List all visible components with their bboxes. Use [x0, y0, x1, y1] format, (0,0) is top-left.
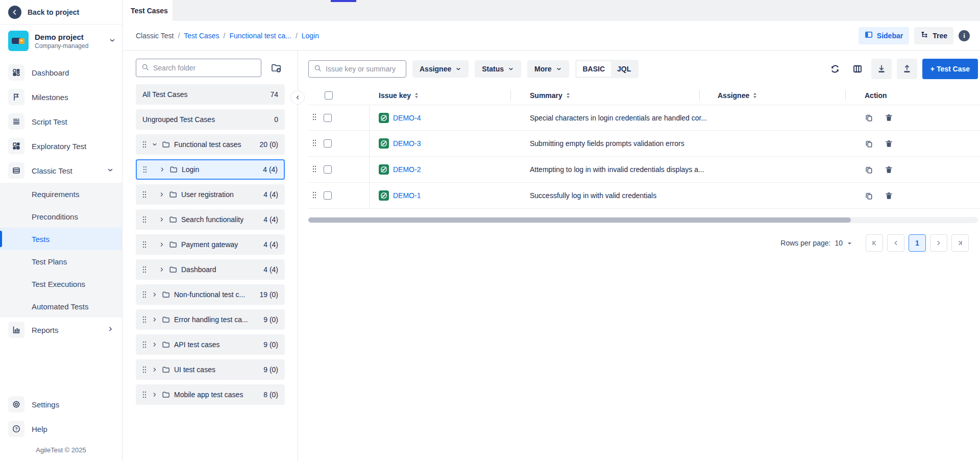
column-header-assignee[interactable]: Assignee [706, 86, 852, 105]
delete-icon[interactable] [885, 139, 893, 148]
issue-key-link[interactable]: DEMO-1 [393, 191, 421, 200]
breadcrumb-item[interactable]: Login [302, 32, 319, 40]
row-checkbox[interactable] [324, 114, 332, 122]
sidebar-item-preconditions[interactable]: Preconditions [0, 205, 122, 228]
summary-text[interactable]: Submitting empty fields prompts validati… [518, 139, 706, 148]
clone-icon[interactable] [865, 139, 873, 148]
drag-handle-icon[interactable] [142, 366, 146, 373]
summary-text[interactable]: Special characters in login credentials … [518, 114, 706, 122]
chevron-right-icon[interactable] [159, 241, 165, 248]
export-button[interactable] [897, 59, 917, 79]
status-filter[interactable]: Status [475, 60, 521, 78]
summary-text[interactable]: Successfully log in with valid credentia… [518, 191, 706, 200]
sidebar-item-test-executions[interactable]: Test Executions [0, 273, 122, 295]
drag-handle-icon[interactable] [312, 113, 316, 122]
chevron-right-icon[interactable] [159, 266, 165, 273]
row-checkbox[interactable] [324, 139, 332, 148]
folder-functional-test-cases[interactable]: Functional test cases 20 (0) [136, 134, 285, 155]
folder-error-handling[interactable]: Error handling test ca... 9 (0) [136, 309, 285, 330]
chevron-right-icon[interactable] [152, 317, 158, 323]
info-icon[interactable]: i [959, 30, 970, 41]
summary-text[interactable]: Attempting to log in with invalid creden… [518, 165, 706, 174]
page-number-button[interactable]: 1 [909, 234, 926, 252]
drag-handle-icon[interactable] [142, 316, 146, 323]
drag-handle-icon[interactable] [142, 241, 146, 248]
sidebar-item-script-test[interactable]: Script Test [0, 109, 122, 134]
next-page-button[interactable] [930, 234, 947, 252]
import-button[interactable] [871, 59, 892, 79]
row-checkbox[interactable] [324, 165, 332, 174]
folder-ui-test-cases[interactable]: UI test cases 9 (0) [136, 359, 285, 380]
drag-handle-icon[interactable] [143, 166, 147, 173]
chevron-right-icon[interactable] [159, 191, 165, 198]
folder-dashboard[interactable]: Dashboard 4 (4) [136, 259, 285, 280]
issue-search-input[interactable] [326, 65, 401, 73]
delete-icon[interactable] [885, 191, 893, 200]
horizontal-scrollbar-thumb[interactable] [308, 217, 851, 223]
jql-mode-option[interactable]: JQL [611, 61, 637, 77]
folder-all-test-cases[interactable]: All Test Cases 74 [136, 84, 285, 105]
issue-key-link[interactable]: DEMO-2 [393, 165, 421, 174]
drag-handle-icon[interactable] [142, 291, 146, 298]
sidebar-item-settings[interactable]: Settings [0, 392, 122, 417]
chevron-right-icon[interactable] [152, 392, 158, 398]
chevron-right-icon[interactable] [159, 216, 165, 223]
folder-login[interactable]: Login 4 (4) [136, 159, 285, 180]
columns-icon[interactable] [849, 60, 866, 78]
folder-search-functionality[interactable]: Search functionality 4 (4) [136, 209, 285, 230]
project-switcher[interactable]: + Demo project Company-managed [0, 25, 122, 57]
drag-handle-icon[interactable] [312, 191, 316, 200]
column-header-summary[interactable]: Summary [518, 86, 706, 105]
sidebar-item-tests[interactable]: Tests [0, 228, 122, 250]
sidebar-item-help[interactable]: ? Help [0, 417, 122, 441]
folder-api-test-cases[interactable]: API test cases 9 (0) [136, 334, 285, 355]
assignee-filter[interactable]: Assignee [412, 60, 469, 78]
drag-handle-icon[interactable] [142, 191, 146, 198]
drag-handle-icon[interactable] [312, 139, 316, 148]
sidebar-view-button[interactable]: Sidebar [859, 27, 909, 44]
breadcrumb-item[interactable]: Functional test ca... [229, 32, 291, 40]
first-page-button[interactable] [866, 234, 883, 252]
sidebar-item-test-plans[interactable]: Test Plans [0, 250, 122, 273]
folder-mobile-app-test-cases[interactable]: Mobile app test cases 8 (0) [136, 384, 285, 405]
folder-search-input[interactable] [153, 64, 256, 72]
previous-page-button[interactable] [887, 234, 904, 252]
issue-key-link[interactable]: DEMO-4 [393, 114, 421, 122]
last-page-button[interactable] [951, 234, 969, 252]
basic-mode-option[interactable]: BASIC [577, 61, 611, 77]
row-checkbox[interactable] [324, 191, 332, 200]
collapse-panel-button[interactable] [290, 90, 305, 105]
sidebar-item-dashboard[interactable]: Dashboard [0, 60, 122, 85]
add-test-case-button[interactable]: + Test Case [922, 59, 978, 79]
sidebar-item-automated-tests[interactable]: Automated Tests [0, 295, 122, 318]
tree-view-button[interactable]: Tree [914, 27, 953, 44]
back-to-project[interactable]: Back to project [0, 0, 122, 25]
breadcrumb-item[interactable]: Test Cases [184, 32, 219, 40]
drag-handle-icon[interactable] [142, 341, 146, 348]
clone-icon[interactable] [865, 165, 873, 174]
chevron-right-icon[interactable] [152, 292, 158, 298]
sidebar-item-reports[interactable]: Reports [0, 318, 122, 342]
rows-per-page-select[interactable]: Rows per page: 10 [780, 239, 852, 247]
drag-handle-icon[interactable] [142, 141, 146, 148]
more-filter[interactable]: More [527, 60, 569, 78]
chevron-down-icon[interactable] [152, 141, 158, 148]
delete-icon[interactable] [885, 165, 893, 174]
drag-handle-icon[interactable] [142, 216, 146, 223]
chevron-right-icon[interactable] [152, 367, 158, 373]
tab-test-cases[interactable]: Test Cases [122, 0, 173, 21]
sidebar-item-exploratory-test[interactable]: Exploratory Test [0, 134, 122, 158]
clone-icon[interactable] [865, 113, 873, 122]
column-header-issue-key[interactable]: Issue key [370, 86, 518, 105]
drag-handle-icon[interactable] [142, 391, 146, 398]
chevron-right-icon[interactable] [152, 342, 158, 348]
drag-handle-icon[interactable] [312, 165, 316, 174]
folder-non-functional[interactable]: Non-functional test c... 19 (0) [136, 284, 285, 305]
folder-user-registration[interactable]: User registration 4 (4) [136, 184, 285, 205]
drag-handle-icon[interactable] [142, 266, 146, 273]
sidebar-item-requirements[interactable]: Requirements [0, 183, 122, 205]
sidebar-item-milestones[interactable]: Milestones [0, 85, 122, 109]
refresh-icon[interactable] [826, 60, 844, 78]
add-folder-button[interactable] [267, 59, 285, 77]
clone-icon[interactable] [865, 191, 873, 200]
